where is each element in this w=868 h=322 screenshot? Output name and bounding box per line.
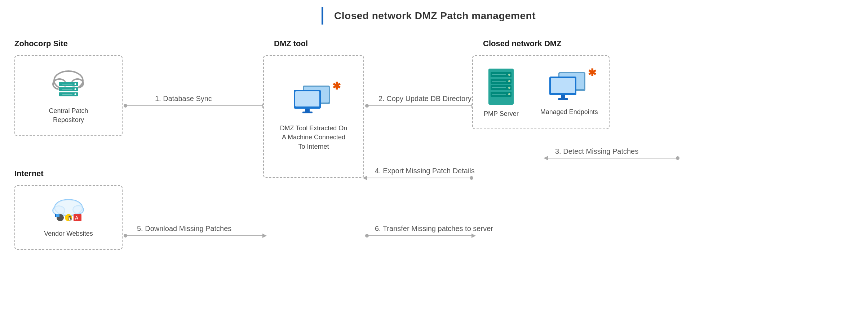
dmz-computer-icon bbox=[290, 82, 337, 118]
pmp-server-label: PMP Server bbox=[484, 110, 519, 118]
svg-point-14 bbox=[470, 176, 473, 180]
svg-point-10 bbox=[676, 156, 679, 160]
closed-network-header: Closed network DMZ bbox=[483, 39, 562, 54]
managed-asterisk: ✱ bbox=[588, 67, 596, 79]
svg-marker-9 bbox=[544, 156, 548, 160]
svg-text:2. Copy Update DB Directory: 2. Copy Update DB Directory bbox=[378, 95, 471, 103]
title-bar: Closed network DMZ Patch management bbox=[14, 7, 854, 25]
main-container: Closed network DMZ Patch management 1. D… bbox=[0, 0, 868, 322]
svg-text:1. Database Sync: 1. Database Sync bbox=[155, 95, 212, 103]
central-patch-label: Central PatchRepository bbox=[49, 106, 88, 125]
svg-text:🐧: 🐧 bbox=[67, 215, 73, 221]
svg-point-6 bbox=[365, 104, 369, 108]
svg-rect-73 bbox=[558, 98, 568, 100]
svg-rect-48 bbox=[56, 214, 59, 217]
svg-point-18 bbox=[124, 234, 127, 238]
svg-marker-21 bbox=[471, 234, 476, 238]
zohocorp-section-title: Zohocorp Site bbox=[14, 39, 68, 48]
managed-endpoints-icon bbox=[546, 69, 593, 105]
dmz-tool-label: DMZ Tool Extracted OnA Machine Connected… bbox=[280, 124, 347, 151]
diagram-wrapper: 1. Database Sync 2. Copy Update DB Direc… bbox=[14, 39, 851, 313]
managed-endpoints-label: Managed Endpoints bbox=[540, 108, 598, 116]
closed-network-box: PMP Server bbox=[472, 55, 610, 129]
svg-point-31 bbox=[75, 88, 76, 90]
svg-point-40 bbox=[53, 206, 65, 215]
dmz-tool-icon-wrapper: ✱ bbox=[290, 82, 337, 118]
svg-text:6. Transfer Missing patches to: 6. Transfer Missing patches to server bbox=[375, 225, 493, 232]
internet-box: 🐧 A Vendor Websites bbox=[14, 185, 123, 250]
closed-network-title: Closed network DMZ bbox=[483, 39, 562, 48]
svg-point-30 bbox=[75, 83, 76, 85]
zohocorp-inner-box: Central PatchRepository bbox=[14, 55, 123, 136]
managed-endpoints-container: ✱ Managed Endpoints bbox=[540, 69, 598, 116]
vendor-icon: 🐧 A bbox=[49, 197, 88, 226]
internet-section-title: Internet bbox=[14, 169, 44, 178]
svg-point-2 bbox=[124, 104, 127, 108]
svg-rect-71 bbox=[551, 78, 575, 93]
dmz-inner-box: ✱ DMZ Tool Extracted OnA Machine Connect… bbox=[263, 55, 364, 178]
dmz-asterisk: ✱ bbox=[332, 80, 341, 92]
page-title: Closed network DMZ Patch management bbox=[322, 7, 546, 25]
svg-rect-52 bbox=[295, 91, 319, 106]
svg-text:3. Detect Missing Patches: 3. Detect Missing Patches bbox=[555, 147, 638, 155]
svg-point-41 bbox=[73, 206, 83, 214]
svg-point-22 bbox=[365, 234, 369, 238]
cloud-server-icon bbox=[49, 67, 88, 103]
dmz-section-title: DMZ tool bbox=[274, 39, 308, 48]
vendor-websites-label: Vendor Websites bbox=[44, 229, 93, 238]
arrows-svg: 1. Database Sync 2. Copy Update DB Direc… bbox=[14, 39, 851, 313]
managed-icon-wrapper: ✱ bbox=[546, 69, 593, 105]
internet-inner-box: 🐧 A Vendor Websites bbox=[14, 185, 123, 250]
svg-text:A: A bbox=[75, 215, 79, 221]
pmp-server-container: PMP Server bbox=[484, 67, 519, 118]
svg-text:5. Download Missing Patches: 5. Download Missing Patches bbox=[137, 225, 231, 232]
svg-point-62 bbox=[508, 87, 510, 89]
title-text: Closed network DMZ Patch management bbox=[334, 10, 536, 21]
svg-point-61 bbox=[508, 80, 510, 82]
closed-network-inner-box: PMP Server bbox=[472, 55, 610, 129]
dmz-header: DMZ tool bbox=[274, 39, 308, 54]
internet-header: Internet bbox=[14, 169, 44, 184]
svg-point-60 bbox=[508, 74, 510, 76]
dmz-box: ✱ DMZ Tool Extracted OnA Machine Connect… bbox=[263, 55, 364, 178]
svg-rect-54 bbox=[302, 112, 313, 113]
svg-text:4. Export Missing Patch Detail: 4. Export Missing Patch Details bbox=[375, 167, 475, 175]
zohocorp-header: Zohocorp Site bbox=[14, 39, 68, 54]
pmp-server-icon bbox=[485, 67, 517, 106]
svg-point-63 bbox=[508, 93, 510, 95]
zohocorp-box: Central PatchRepository bbox=[14, 55, 123, 136]
svg-marker-17 bbox=[262, 234, 267, 238]
svg-point-32 bbox=[75, 93, 76, 95]
